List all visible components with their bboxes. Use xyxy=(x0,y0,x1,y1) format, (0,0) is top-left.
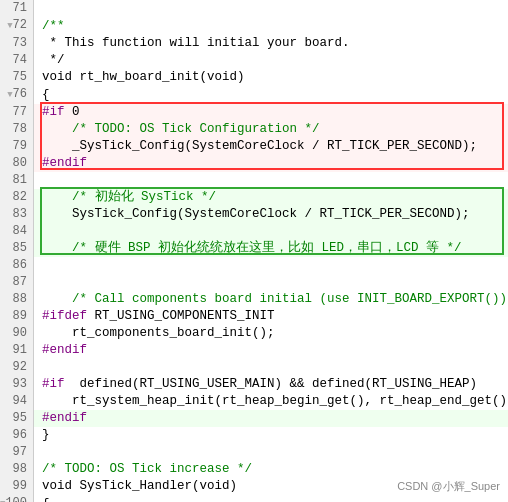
line-content: #if defined(RT_USING_USER_MAIN) && defin… xyxy=(34,376,508,393)
line-number: 96 xyxy=(0,427,34,444)
table-row: 96} xyxy=(0,427,508,444)
line-number: 73 xyxy=(0,35,34,52)
line-number: 77 xyxy=(0,104,34,121)
table-row: 92 xyxy=(0,359,508,376)
line-content: void rt_hw_board_init(void) xyxy=(34,69,508,86)
line-content: rt_system_heap_init(rt_heap_begin_get(),… xyxy=(34,393,508,410)
line-content: #if 0 xyxy=(34,104,508,121)
table-row: 93#if defined(RT_USING_USER_MAIN) && def… xyxy=(0,376,508,393)
line-number: 98 xyxy=(0,461,34,478)
line-content: #endif xyxy=(34,155,508,172)
line-content: _SysTick_Config(SystemCoreClock / RT_TIC… xyxy=(34,138,508,155)
line-content xyxy=(34,359,508,376)
line-number: 87 xyxy=(0,274,34,291)
line-number: ▼100 xyxy=(0,495,34,502)
line-number: 91 xyxy=(0,342,34,359)
line-content: /* TODO: OS Tick Configuration */ xyxy=(34,121,508,138)
line-number: 90 xyxy=(0,325,34,342)
line-content: /** xyxy=(34,17,508,35)
line-number: 83 xyxy=(0,206,34,223)
line-number: 82 xyxy=(0,189,34,206)
line-content: #endif xyxy=(34,342,508,359)
line-number: 95 xyxy=(0,410,34,427)
table-row: 77#if 0 xyxy=(0,104,508,121)
code-table: 71 ▼72/**73 * This function will initial… xyxy=(0,0,508,502)
table-row: 82 /* 初始化 SysTick */ xyxy=(0,189,508,206)
line-content: /* 硬件 BSP 初始化统统放在这里，比如 LED，串口，LCD 等 */ xyxy=(34,240,508,257)
table-row: 79 _SysTick_Config(SystemCoreClock / RT_… xyxy=(0,138,508,155)
table-row: 90 rt_components_board_init(); xyxy=(0,325,508,342)
line-number: 94 xyxy=(0,393,34,410)
line-content: } xyxy=(34,427,508,444)
line-content: { xyxy=(34,86,508,104)
line-number: 97 xyxy=(0,444,34,461)
watermark: CSDN @小辉_Super xyxy=(397,479,500,494)
table-row: ▼72/** xyxy=(0,17,508,35)
table-row: 91#endif xyxy=(0,342,508,359)
line-content: #ifdef RT_USING_COMPONENTS_INIT xyxy=(34,308,508,325)
line-number: 93 xyxy=(0,376,34,393)
line-number: 92 xyxy=(0,359,34,376)
table-row: 86 xyxy=(0,257,508,274)
line-number: 86 xyxy=(0,257,34,274)
line-number: 71 xyxy=(0,0,34,17)
line-number: 85 xyxy=(0,240,34,257)
line-content xyxy=(34,274,508,291)
table-row: 80#endif xyxy=(0,155,508,172)
line-number: 81 xyxy=(0,172,34,189)
table-row: 87 xyxy=(0,274,508,291)
table-row: 71 xyxy=(0,0,508,17)
line-content: { xyxy=(34,495,508,502)
table-row: 97 xyxy=(0,444,508,461)
table-row: 94 rt_system_heap_init(rt_heap_begin_get… xyxy=(0,393,508,410)
table-row: 88 /* Call components board initial (use… xyxy=(0,291,508,308)
line-number: ▼72 xyxy=(0,17,34,35)
table-row: 85 /* 硬件 BSP 初始化统统放在这里，比如 LED，串口，LCD 等 *… xyxy=(0,240,508,257)
table-row: 98/* TODO: OS Tick increase */ xyxy=(0,461,508,478)
line-content: rt_components_board_init(); xyxy=(34,325,508,342)
line-content xyxy=(34,444,508,461)
line-content: /* Call components board initial (use IN… xyxy=(34,291,508,308)
line-number: 89 xyxy=(0,308,34,325)
table-row: ▼100{ xyxy=(0,495,508,502)
line-content: /* TODO: OS Tick increase */ xyxy=(34,461,508,478)
line-content: * This function will initial your board. xyxy=(34,35,508,52)
line-content: #endif xyxy=(34,410,508,427)
table-row: ▼76{ xyxy=(0,86,508,104)
table-row: 83 SysTick_Config(SystemCoreClock / RT_T… xyxy=(0,206,508,223)
table-row: 75void rt_hw_board_init(void) xyxy=(0,69,508,86)
line-number: 74 xyxy=(0,52,34,69)
table-row: 95#endif xyxy=(0,410,508,427)
line-number: 78 xyxy=(0,121,34,138)
line-content: /* 初始化 SysTick */ xyxy=(34,189,508,206)
line-content xyxy=(34,257,508,274)
table-row: 73 * This function will initial your boa… xyxy=(0,35,508,52)
line-number: 75 xyxy=(0,69,34,86)
table-row: 74 */ xyxy=(0,52,508,69)
line-content: */ xyxy=(34,52,508,69)
line-number: 99 xyxy=(0,478,34,495)
line-content xyxy=(34,172,508,189)
table-row: 84 xyxy=(0,223,508,240)
line-number: 88 xyxy=(0,291,34,308)
code-editor: 71 ▼72/**73 * This function will initial… xyxy=(0,0,508,502)
line-number: 80 xyxy=(0,155,34,172)
line-content: SysTick_Config(SystemCoreClock / RT_TICK… xyxy=(34,206,508,223)
line-number: 79 xyxy=(0,138,34,155)
line-content xyxy=(34,0,508,17)
table-row: 89#ifdef RT_USING_COMPONENTS_INIT xyxy=(0,308,508,325)
table-row: 78 /* TODO: OS Tick Configuration */ xyxy=(0,121,508,138)
line-number: ▼76 xyxy=(0,86,34,104)
table-row: 81 xyxy=(0,172,508,189)
line-number: 84 xyxy=(0,223,34,240)
line-content xyxy=(34,223,508,240)
